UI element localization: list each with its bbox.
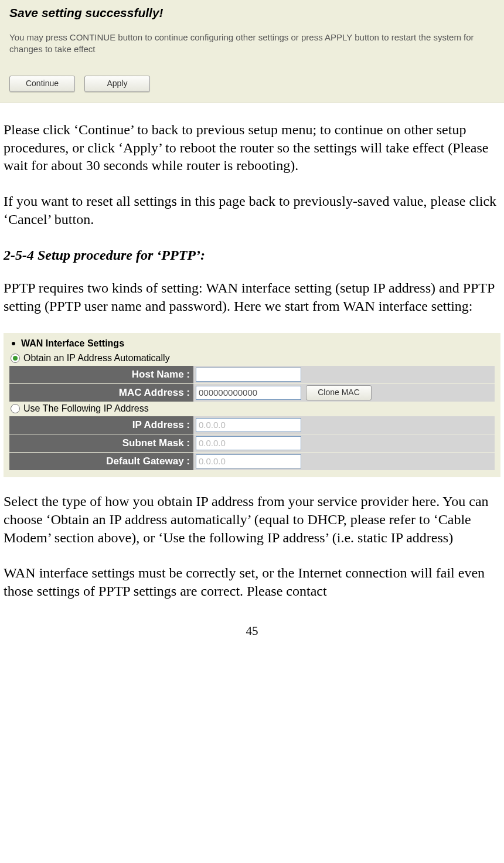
section-heading: 2-5-4 Setup procedure for ‘PPTP’: xyxy=(4,246,500,264)
mac-address-row: MAC Address : Clone MAC xyxy=(9,383,495,402)
mac-address-cell: Clone MAC xyxy=(193,384,495,402)
mac-address-input[interactable] xyxy=(196,386,301,400)
ip-address-label: IP Address : xyxy=(9,416,193,434)
radio-icon xyxy=(11,404,20,413)
page-number: 45 xyxy=(0,606,504,648)
save-message: You may press CONTINUE button to continu… xyxy=(7,32,497,76)
ip-address-row: IP Address : xyxy=(9,416,495,434)
paragraph-5: WAN interface settings must be correctly… xyxy=(4,564,500,600)
subnet-mask-cell xyxy=(193,434,495,452)
default-gateway-label: Default Gateway : xyxy=(9,453,193,470)
paragraph-4: Select the type of how you obtain IP add… xyxy=(4,492,500,546)
document-body: Please click ‘Continue’ to back to previ… xyxy=(0,103,504,606)
wan-title-row: WAN Interface Settings xyxy=(12,338,495,349)
subnet-mask-input[interactable] xyxy=(196,436,301,450)
default-gateway-cell xyxy=(193,453,495,470)
host-name-label: Host Name : xyxy=(9,366,193,383)
radio-label: Obtain an IP Address Automatically xyxy=(23,352,170,364)
continue-button[interactable]: Continue xyxy=(9,76,75,92)
wan-title: WAN Interface Settings xyxy=(21,338,124,349)
default-gateway-row: Default Gateway : xyxy=(9,452,495,470)
host-name-input[interactable] xyxy=(196,368,301,382)
radio-use-following[interactable]: Use The Following IP Address xyxy=(9,402,495,416)
ip-address-cell xyxy=(193,416,495,434)
host-name-row: Host Name : xyxy=(9,365,495,383)
default-gateway-input[interactable] xyxy=(196,454,301,468)
paragraph-2: If you want to reset all settings in thi… xyxy=(4,192,500,228)
button-row: Continue Apply xyxy=(7,76,497,92)
radio-label: Use The Following IP Address xyxy=(23,403,149,414)
subnet-mask-row: Subnet Mask : xyxy=(9,434,495,452)
radio-obtain-auto[interactable]: Obtain an IP Address Automatically xyxy=(9,351,495,365)
paragraph-3: PPTP requires two kinds of setting: WAN … xyxy=(4,279,500,315)
apply-button[interactable]: Apply xyxy=(84,76,150,92)
save-title: Save setting successfully! xyxy=(7,4,497,32)
save-setting-panel: Save setting successfully! You may press… xyxy=(0,0,504,103)
ip-address-input[interactable] xyxy=(196,418,301,432)
radio-icon xyxy=(11,354,20,363)
host-name-cell xyxy=(193,366,495,383)
clone-mac-button[interactable]: Clone MAC xyxy=(306,385,372,400)
bullet-icon xyxy=(12,342,15,345)
subnet-mask-label: Subnet Mask : xyxy=(9,434,193,452)
wan-interface-panel: WAN Interface Settings Obtain an IP Addr… xyxy=(4,333,500,477)
paragraph-1: Please click ‘Continue’ to back to previ… xyxy=(4,121,500,175)
mac-address-label: MAC Address : xyxy=(9,384,193,402)
